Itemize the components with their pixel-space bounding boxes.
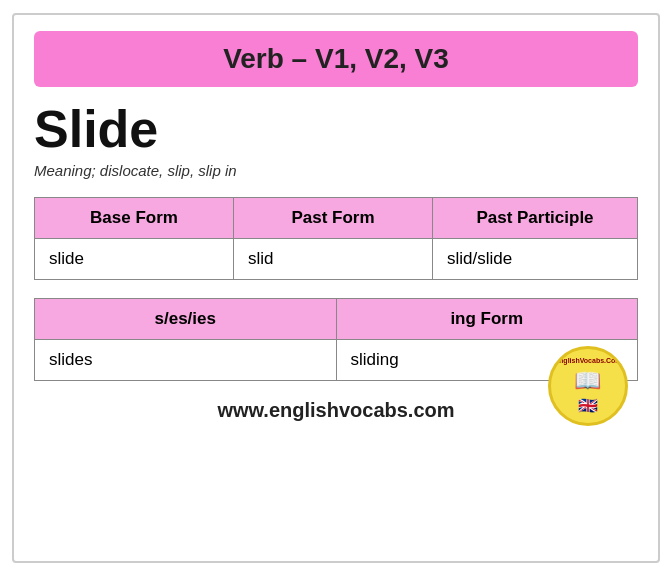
logo-text: EnglishVocabs.Com	[554, 357, 621, 365]
table1-section: Base Form Past Form Past Participle slid…	[34, 197, 638, 280]
table1-data-row: slide slid slid/slide	[35, 239, 638, 280]
word-title: Slide	[34, 101, 638, 158]
header-past-participle: Past Participle	[432, 198, 637, 239]
cell-participle: slid/slide	[432, 239, 637, 280]
main-card: Verb – V1, V2, V3 Slide Meaning; disloca…	[12, 13, 660, 563]
website-url: www.englishvocabs.com	[217, 399, 454, 421]
logo-badge: EnglishVocabs.Com 📖 🇬🇧	[548, 346, 628, 426]
table1-header-row: Base Form Past Form Past Participle	[35, 198, 638, 239]
header-base-form: Base Form	[35, 198, 234, 239]
verb-forms-table: Base Form Past Form Past Participle slid…	[34, 197, 638, 280]
book-icon: 📖	[574, 368, 601, 394]
flag-icon: 🇬🇧	[578, 396, 598, 415]
footer: www.englishvocabs.com EnglishVocabs.Com …	[34, 399, 638, 422]
logo-circle: EnglishVocabs.Com 📖 🇬🇧	[548, 346, 628, 426]
cell-past: slid	[233, 239, 432, 280]
table2-header-row: s/es/ies ing Form	[35, 299, 638, 340]
logo-content: EnglishVocabs.Com 📖 🇬🇧	[554, 357, 621, 414]
header-ing-form: ing Form	[336, 299, 638, 340]
header-ses-ies: s/es/ies	[35, 299, 337, 340]
header-past-form: Past Form	[233, 198, 432, 239]
cell-slides: slides	[35, 340, 337, 381]
banner-text: Verb – V1, V2, V3	[223, 43, 449, 74]
word-meaning: Meaning; dislocate, slip, slip in	[34, 162, 638, 179]
cell-base: slide	[35, 239, 234, 280]
title-banner: Verb – V1, V2, V3	[34, 31, 638, 87]
